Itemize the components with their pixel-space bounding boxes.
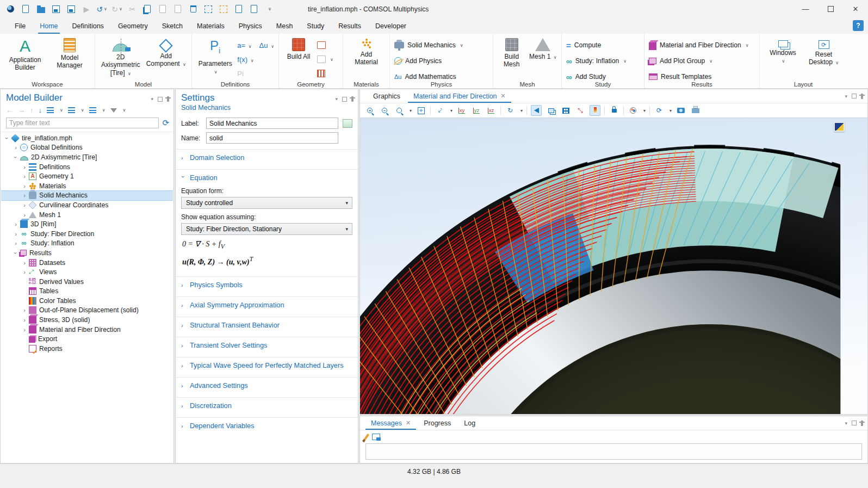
qat-overflow-button[interactable]: ∨ (262, 3, 276, 16)
tab-progress[interactable]: Progress (417, 416, 457, 430)
tree-item-curvilinear-coordinates[interactable]: ›Curvilinear Coordinates (1, 200, 173, 210)
zoom-box-icon[interactable] (394, 105, 405, 116)
section-axial-symmetry[interactable]: ›Axial Symmetry Approximation (176, 297, 358, 313)
section-transient-solver[interactable]: ›Transient Solver Settings (176, 337, 358, 353)
tree-item-study-inflation[interactable]: ›∞Study: Inflation (1, 239, 173, 249)
tree-item-export[interactable]: Export (1, 334, 173, 344)
tree-item-mesh-1[interactable]: ›Mesh 1 (1, 210, 173, 220)
pin-panel-icon[interactable] (861, 94, 863, 99)
new-file-button[interactable] (18, 3, 33, 16)
view-yz-icon[interactable]: yz (471, 105, 482, 116)
tree-item-global-definitions[interactable]: ›Global Definitions (1, 143, 173, 153)
tree-item-material-fiber-direction[interactable]: ›Material and Fiber Direction (1, 325, 173, 335)
delta-u-button[interactable]: Δu ∨ (259, 41, 274, 50)
panel-menu-icon[interactable]: ▾ (335, 96, 338, 102)
pi-button[interactable]: Pi (237, 70, 244, 78)
view-xz-icon[interactable]: xz (486, 105, 497, 116)
panel-menu-icon[interactable]: ▾ (845, 421, 847, 426)
tree-item-definitions[interactable]: ›Definitions (1, 162, 173, 172)
tab-log[interactable]: Log (457, 416, 482, 430)
axis-orientation-icon[interactable]: ⤡ (575, 105, 586, 116)
forward-icon[interactable]: → (18, 106, 25, 114)
view-xy-icon[interactable]: xy (456, 105, 467, 116)
equation-form-select[interactable]: Study controlled (181, 197, 352, 209)
go-to-default-view-icon[interactable]: ⤦ (435, 105, 445, 116)
minimize-button[interactable]: — (793, 0, 818, 18)
reset-desktop-button[interactable]: ⟳ Reset Desktop ∨ (807, 37, 841, 66)
clear-messages-icon[interactable] (364, 434, 369, 440)
add-plot-group-button[interactable]: Add Plot Group∨ (649, 55, 749, 67)
section-structural-transient[interactable]: ›Structural Transient Behavior (176, 317, 358, 333)
material-fiber-direction-select[interactable]: Material and Fiber Direction∨ (649, 39, 749, 51)
show-equation-select[interactable]: Study: Fiber Direction, Stationary (181, 223, 352, 235)
cut-button[interactable]: ✂ (125, 3, 139, 16)
pin-panel-icon[interactable] (351, 96, 354, 102)
study-inflation-select[interactable]: ∞ Study: Inflation∨ (566, 55, 627, 67)
float-panel-icon[interactable] (158, 97, 163, 102)
back-icon[interactable]: ← (6, 106, 13, 114)
build-mesh-button[interactable]: Build Mesh (498, 37, 526, 69)
tree-item-stress-3d[interactable]: ›Stress, 3D (solid) (1, 315, 173, 325)
tree-item-3d-rim[interactable]: ›3D [Rim] (1, 219, 173, 229)
close-tab-icon[interactable]: ✕ (501, 92, 506, 100)
lock-view-icon[interactable] (609, 105, 619, 116)
tree-filter-input[interactable] (6, 118, 159, 128)
menu-materials[interactable]: Materials (190, 18, 232, 34)
select-box-button[interactable] (201, 3, 215, 16)
build-all-button[interactable]: Build All (283, 37, 314, 60)
tree-item-datasets[interactable]: ›Datasets (1, 258, 173, 268)
rename-icon[interactable] (343, 119, 352, 128)
update-plot-icon[interactable]: ⟳ (654, 105, 665, 116)
refresh-icon[interactable]: ⟳ (162, 118, 169, 128)
partition-icon[interactable] (317, 70, 325, 77)
section-advanced-settings[interactable]: ›Advanced Settings (176, 378, 358, 393)
close-button[interactable]: ✕ (843, 0, 868, 18)
tree-item-views[interactable]: ›⤢Views (1, 267, 173, 277)
redo-button[interactable]: ↻∨ (110, 3, 124, 16)
section-discretization[interactable]: ›Discretization (176, 398, 358, 413)
float-panel-icon[interactable] (852, 421, 857, 425)
color-palette-icon[interactable] (628, 105, 638, 116)
help-button[interactable]: ? (853, 20, 864, 31)
maximize-button[interactable] (818, 0, 843, 18)
delete-button[interactable] (186, 3, 200, 16)
close-tab-icon[interactable]: ✕ (406, 419, 411, 427)
import-geometry-icon[interactable] (317, 41, 326, 49)
find-button[interactable] (232, 3, 246, 16)
deselect-box-button[interactable] (216, 3, 231, 16)
tree-item-materials[interactable]: ›Materials (1, 181, 173, 191)
tree-item-root[interactable]: ›tire_inflation.mph (1, 133, 173, 143)
duplicate-button[interactable] (171, 3, 185, 16)
axisymmetric-tire-button[interactable]: 2D Axisymmetric [Tire] ∨ (100, 37, 141, 77)
section-domain-selection[interactable]: ›Domain Selection (176, 150, 358, 165)
canvas-snapshot-icon[interactable] (834, 122, 845, 132)
section-wave-speed[interactable]: ›Typical Wave Speed for Perfectly Matche… (176, 357, 358, 373)
menu-geometry[interactable]: Geometry (111, 18, 155, 34)
section-equation[interactable]: ›Equation (176, 170, 358, 186)
scene-light-icon[interactable] (531, 105, 542, 116)
tree-item-study-fiber-direction[interactable]: ›∞Study: Fiber Direction (1, 229, 173, 239)
float-panel-icon[interactable] (342, 97, 347, 102)
parameters-button[interactable]: Pi Parameters∨ (196, 37, 234, 76)
expand-all-icon[interactable] (89, 107, 96, 113)
zoom-extents-icon[interactable]: ✛ (416, 105, 426, 116)
tree-item-derived-values[interactable]: 8.85e-12Derived Values (1, 277, 173, 287)
print-icon[interactable] (690, 105, 701, 116)
windows-button[interactable]: Windows∨ (766, 37, 801, 65)
tree-item-solid-mechanics[interactable]: ›Solid Mechanics (1, 191, 173, 201)
menu-definitions[interactable]: Definitions (65, 18, 111, 34)
tree-item-out-of-plane-displacement[interactable]: ›Out-of-Plane Displacement (solid) (1, 306, 173, 316)
panel-menu-icon[interactable]: ▾ (151, 96, 153, 102)
tree-item-2d-axisymmetric[interactable]: ›2D Axisymmetric [Tire] (1, 152, 173, 162)
menu-physics[interactable]: Physics (232, 18, 269, 34)
menu-mesh[interactable]: Mesh (269, 18, 300, 34)
messages-content[interactable] (365, 443, 862, 460)
image-grid-icon[interactable] (560, 105, 571, 116)
functions-button[interactable]: f(x) ∨ (237, 55, 253, 64)
label-input[interactable] (206, 118, 338, 129)
move-up-icon[interactable]: ↑ (30, 106, 34, 114)
sync-geometry-icon[interactable] (317, 55, 326, 63)
pin-panel-icon[interactable] (861, 421, 863, 426)
add-material-button[interactable]: Add Material (349, 37, 385, 66)
menu-sketch[interactable]: Sketch (155, 18, 190, 34)
